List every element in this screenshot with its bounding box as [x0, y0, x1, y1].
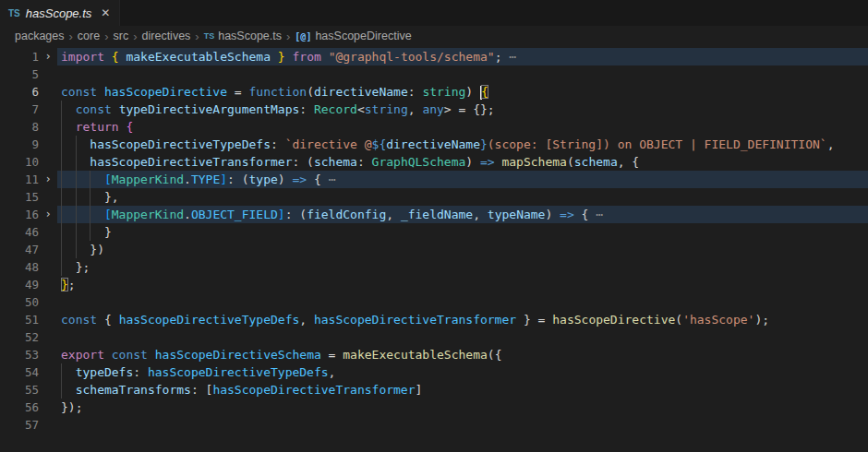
fold-chevron-icon[interactable]: ›	[39, 171, 57, 188]
indent-guide	[61, 118, 62, 136]
gutter: 48	[0, 258, 57, 276]
code-editor[interactable]: 1›import { makeExecutableSchema } from "…	[0, 46, 868, 452]
code-token: =	[321, 348, 343, 362]
line-number: 46	[0, 223, 39, 241]
code-token: OBJECT_FIELD	[191, 208, 278, 221]
code-token: type	[249, 172, 278, 186]
code-token: hasScopeDirectiveSchema	[155, 348, 321, 362]
breadcrumb-label: core	[78, 30, 100, 42]
code-content[interactable]: schemaTransforms: [hasScopeDirectiveTran…	[57, 381, 868, 398]
code-token: string	[365, 102, 408, 116]
line-number: 5	[0, 65, 39, 83]
folded-code-ellipsis[interactable]: ⋯	[596, 208, 603, 221]
code-content[interactable]: };	[57, 276, 868, 293]
code-token: } =	[516, 313, 552, 327]
indent-guide	[76, 153, 77, 171]
code-token: {	[97, 313, 118, 327]
code-content[interactable]	[57, 65, 868, 83]
tab-hasscope[interactable]: TS hasScope.ts ✕	[0, 0, 120, 26]
code-content[interactable]: return {	[57, 118, 868, 136]
code-line-54: 54 typeDefs: hasScopeDirectiveTypeDefs,	[0, 363, 868, 381]
breadcrumb-label: src	[114, 30, 129, 42]
line-number: 54	[0, 363, 39, 381]
fold-gutter-spacer	[39, 293, 57, 311]
fold-chevron-icon[interactable]: ›	[39, 206, 57, 223]
code-token: const	[76, 102, 112, 116]
close-icon[interactable]: ✕	[101, 6, 110, 19]
fold-gutter-spacer	[39, 83, 57, 101]
breadcrumb-item-hasscopedirective[interactable]: [@]hasScopeDirective	[295, 30, 411, 42]
line-number: 53	[0, 346, 39, 363]
gutter: 57	[0, 416, 57, 434]
gutter: 11›	[0, 171, 57, 188]
code-content[interactable]	[57, 328, 868, 346]
indent-guide	[61, 171, 62, 188]
code-token: : (	[292, 155, 313, 169]
line-number: 11	[0, 171, 39, 188]
indent-guide	[90, 206, 90, 223]
code-token: ;	[495, 50, 510, 64]
code-content[interactable]: });	[57, 398, 868, 416]
fold-gutter-spacer	[39, 381, 57, 398]
code-token: export	[61, 348, 104, 362]
code-content[interactable]: [MapperKind.OBJECT_FIELD]: (fieldConfig,…	[57, 206, 868, 223]
code-content[interactable]: const hasScopeDirective = function(direc…	[57, 83, 868, 101]
code-content[interactable]	[57, 416, 868, 434]
code-token: fieldConfig	[307, 208, 386, 221]
code-token: )	[545, 208, 560, 221]
code-content[interactable]: };	[57, 258, 868, 276]
gutter: 8	[0, 118, 57, 136]
indent-guide	[61, 136, 62, 153]
breadcrumb-label: packages	[15, 30, 65, 42]
gutter: 10	[0, 153, 57, 171]
fold-gutter-spacer	[39, 65, 57, 83]
code-token: makeExecutableSchema	[343, 348, 488, 362]
gutter: 7	[0, 101, 57, 118]
fold-chevron-icon[interactable]: ›	[39, 48, 57, 65]
breadcrumb-item-core[interactable]: core	[78, 30, 100, 42]
breadcrumb-item-hasscope-ts[interactable]: TShasScope.ts	[204, 30, 282, 42]
code-content[interactable]: const { hasScopeDirectiveTypeDefs, hasSc…	[57, 311, 868, 328]
folded-code-ellipsis[interactable]: ⋯	[509, 50, 516, 64]
code-token: hasScopeDirectiveTypeDefs	[119, 313, 300, 327]
code-content[interactable]: }	[57, 223, 868, 241]
breadcrumb-separator-icon: ›	[286, 30, 290, 43]
gutter: 51	[0, 311, 57, 328]
code-content[interactable]: hasScopeDirectiveTransformer: (schema: G…	[57, 153, 868, 171]
code-line-48: 48 };	[0, 258, 868, 276]
code-token: :	[133, 365, 148, 379]
line-number: 16	[0, 206, 39, 223]
folded-code-ellipsis[interactable]: ⋯	[329, 172, 336, 186]
code-content[interactable]: export const hasScopeDirectiveSchema = m…	[57, 346, 868, 363]
code-token: const	[61, 85, 97, 99]
line-number: 15	[0, 188, 39, 206]
code-line-5: 5	[0, 65, 868, 83]
code-content[interactable]: hasScopeDirectiveTypeDefs: `directive @$…	[57, 136, 868, 153]
code-token: ,	[408, 102, 423, 116]
indent-guide	[76, 136, 77, 153]
code-content[interactable]: const typeDirectiveArgumentMaps: Record<…	[57, 101, 868, 118]
code-content[interactable]: })	[57, 241, 868, 258]
code-line-6: 6const hasScopeDirective = function(dire…	[0, 83, 868, 101]
indent-guide	[61, 241, 62, 258]
code-content[interactable]	[57, 293, 868, 311]
breadcrumb-item-directives[interactable]: directives	[142, 30, 191, 42]
code-content[interactable]: },	[57, 188, 868, 206]
code-content[interactable]: import { makeExecutableSchema } from "@g…	[57, 48, 868, 65]
gutter: 49	[0, 276, 57, 293]
code-token: ({	[488, 348, 502, 362]
fold-gutter-spacer	[39, 363, 57, 381]
code-token: : (	[227, 172, 248, 186]
code-token: .	[184, 208, 191, 221]
code-content[interactable]: typeDefs: hasScopeDirectiveTypeDefs,	[57, 363, 868, 381]
code-content[interactable]: [MapperKind.TYPE]: (type) => { ⋯	[57, 171, 868, 188]
indent-guide	[61, 153, 62, 171]
code-token: hasScopeDirective	[104, 85, 227, 99]
code-token: ,	[473, 208, 488, 221]
breadcrumb-item-src[interactable]: src	[114, 30, 129, 42]
code-line-49: 49};	[0, 276, 868, 293]
breadcrumb-item-packages[interactable]: packages	[15, 30, 65, 42]
gutter: 1›	[0, 48, 57, 65]
code-token: any	[422, 102, 443, 116]
code-token: GraphQLSchema	[372, 155, 466, 169]
